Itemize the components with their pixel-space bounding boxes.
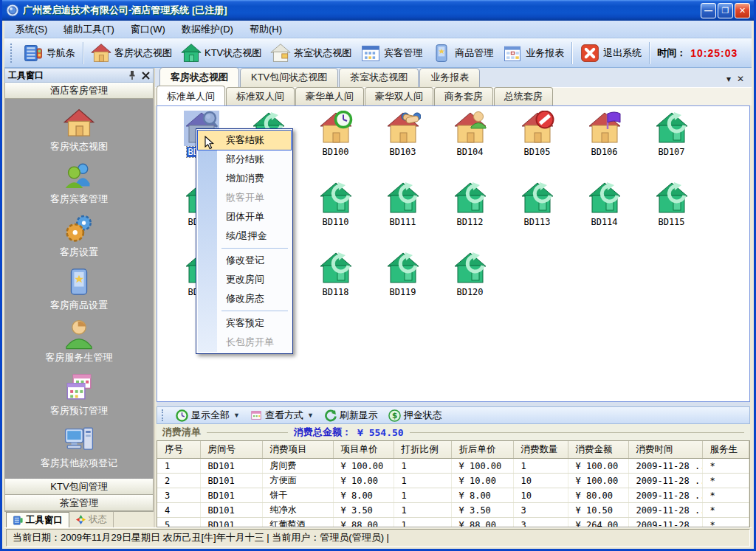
column-header-3[interactable]: 项目单价 (333, 441, 394, 459)
room-type-tab-0[interactable]: 标准单人间 (157, 86, 225, 105)
sidebar-item-4[interactable]: 客房服务生管理 (46, 319, 113, 364)
toolbar-button-2[interactable]: KTV状态视图 (176, 41, 266, 66)
column-header-2[interactable]: 消费项目 (262, 441, 333, 459)
context-menu-item-5[interactable]: 续/退押金 (198, 226, 291, 246)
room-type-tab-5[interactable]: 总统套房 (494, 87, 553, 105)
context-menu-item-1[interactable]: 部分结账 (198, 150, 291, 169)
sidebar-item-3[interactable]: 客房商品设置 (50, 266, 108, 312)
house-white-icon (270, 43, 291, 63)
room-type-tab-2[interactable]: 豪华单人间 (295, 87, 364, 105)
sidebar-bottom-tab-0[interactable]: 工具窗口 (6, 512, 69, 527)
room-type-tab-4[interactable]: 商务套房 (434, 87, 493, 105)
menu-item-2[interactable]: 窗口(W) (123, 21, 173, 38)
consumption-toolbar-button-0[interactable]: 显示全部▼ (171, 407, 244, 423)
toolbar-button-label: 宾客管理 (384, 46, 422, 60)
column-header-9[interactable]: 服务生 (702, 441, 749, 459)
menu-item-1[interactable]: 辅助工具(T) (55, 21, 123, 38)
sidebar-bottom-tabs: 工具窗口状态 (4, 511, 154, 527)
sidebar-bottom-tab-1[interactable]: 状态 (69, 512, 114, 527)
tab-2[interactable]: 茶室状态视图 (339, 68, 419, 87)
room-BD104[interactable]: BD104 (436, 111, 504, 181)
consumption-toolbar-button-3[interactable]: $押金状态 (384, 407, 447, 423)
room-BD103[interactable]: BD103 (369, 111, 436, 181)
context-menu-item-8[interactable]: 更改房间 (198, 270, 291, 289)
sidebar-item-6[interactable]: 客房其他款项登记 (41, 424, 117, 470)
toolbar-button-3[interactable]: 茶室状态视图 (266, 41, 356, 66)
sidebar-group-bottom-1[interactable]: 茶室管理 (4, 495, 154, 511)
minimize-button[interactable]: — (701, 3, 716, 18)
sidebar-item-2[interactable]: 客房设置 (60, 213, 98, 259)
consumption-toolbar-button-1[interactable]: 查看方式▼ (246, 407, 318, 423)
toolbar-button-4[interactable]: 宾客管理 (356, 41, 427, 66)
toolbar-button-1[interactable]: 客房状态视图 (86, 41, 176, 66)
column-header-0[interactable]: 序号 (157, 441, 200, 459)
mouse-cursor (203, 136, 216, 150)
toolbar-button-6[interactable]: 业务报表 (498, 41, 568, 66)
toolbar-grip[interactable] (162, 409, 167, 421)
menu-item-3[interactable]: 数据维护(D) (173, 21, 241, 38)
consumption-toolbar-button-2[interactable]: 刷新显示 (320, 407, 382, 423)
sidebar-close-icon[interactable] (142, 72, 150, 80)
column-header-7[interactable]: 消费金额 (568, 441, 628, 459)
table-row[interactable]: 4BD101纯净水¥ 3.501¥ 3.503¥ 10.502009-11-28… (157, 503, 749, 518)
table-cell: 3 (513, 503, 568, 518)
table-row[interactable]: 1BD101房间费¥ 100.001¥ 100.001¥ 100.002009-… (157, 459, 749, 474)
room-BD110[interactable]: BD110 (302, 181, 369, 251)
room-BD111[interactable]: BD111 (369, 181, 436, 251)
table-row[interactable]: 5BD101红葡萄酒¥ 88.001¥ 88.003¥ 264.002009-1… (157, 518, 749, 528)
table-row[interactable]: 3BD101饼干¥ 8.001¥ 8.0010¥ 80.002009-11-28… (157, 488, 749, 503)
tab-3[interactable]: 业务报表 (419, 68, 480, 87)
menu-item-4[interactable]: 帮助(H) (241, 21, 290, 38)
column-header-1[interactable]: 房间号 (200, 441, 262, 459)
toolbar-button-7[interactable]: 退出系统 (575, 41, 646, 66)
sidebar-item-0[interactable]: 客房状态视图 (50, 108, 108, 153)
room-BD112[interactable]: BD112 (436, 181, 504, 251)
room-BD119[interactable]: BD119 (369, 251, 436, 321)
toolbar-button-0[interactable]: 导航条 (18, 41, 80, 66)
room-BD115[interactable]: BD115 (638, 181, 705, 251)
context-menu-item-9[interactable]: 修改房态 (198, 289, 291, 308)
table-cell: * (702, 518, 749, 528)
context-menu-item-2[interactable]: 增加消费 (198, 169, 291, 188)
toolbar-separator (83, 42, 83, 64)
tab-0[interactable]: 客房状态视图 (159, 67, 239, 87)
room-BD106[interactable]: BD106 (571, 111, 638, 181)
table-cell: 1 (394, 518, 451, 528)
tab-1[interactable]: KTV包间状态视图 (240, 68, 338, 87)
room-BD100[interactable]: BD100 (302, 111, 369, 181)
table-row[interactable]: 2BD101方便面¥ 10.001¥ 10.0010¥ 100.002009-1… (157, 474, 749, 488)
context-menu-item-4[interactable]: 团体开单 (198, 207, 291, 226)
toolbar-button-label: KTV状态视图 (205, 46, 261, 60)
tab-dropdown-icon[interactable]: ▾ (726, 74, 731, 84)
column-header-5[interactable]: 折后单价 (451, 441, 513, 459)
toolbar-button-5[interactable]: 商品管理 (427, 41, 498, 66)
room-type-tab-3[interactable]: 豪华双人间 (365, 87, 433, 105)
room-BD120[interactable]: BD120 (436, 251, 504, 321)
pin-icon[interactable] (128, 70, 137, 80)
sidebar-group-hotel-rooms[interactable]: 酒店客房管理 (4, 83, 154, 99)
tab-close-icon[interactable]: ✕ (737, 74, 744, 84)
table-cell: * (702, 459, 749, 474)
room-type-tab-1[interactable]: 标准双人间 (226, 87, 295, 105)
room-BD118[interactable]: BD118 (302, 251, 369, 321)
menu-item-0[interactable]: 系统(S) (7, 21, 55, 38)
close-button[interactable]: ✕ (735, 3, 750, 18)
context-menu-item-11[interactable]: 宾客预定 (198, 313, 291, 333)
room-BD114[interactable]: BD114 (571, 181, 638, 251)
toolbar-button-label: 商品管理 (455, 46, 493, 60)
maximize-button[interactable]: ❐ (718, 3, 733, 18)
sidebar-item-5[interactable]: 客房预订管理 (50, 372, 108, 417)
room-BD105[interactable]: BD105 (504, 111, 571, 181)
sidebar-group-bottom-0[interactable]: KTV包间管理 (4, 479, 154, 495)
nav-book-icon (23, 43, 44, 63)
room-BD113[interactable]: BD113 (504, 181, 571, 251)
sidebar-item-1[interactable]: 客房宾客管理 (50, 160, 108, 206)
room-label: BD119 (389, 287, 416, 297)
column-header-4[interactable]: 打折比例 (394, 441, 451, 459)
column-header-6[interactable]: 消费数量 (513, 441, 568, 459)
context-menu-item-7[interactable]: 修改登记 (198, 251, 291, 270)
column-header-8[interactable]: 消费时间 (628, 441, 702, 459)
toolbar-grip[interactable] (10, 44, 16, 63)
room-BD107[interactable]: BD107 (638, 111, 705, 181)
sidebar-bottom-tab-label: 工具窗口 (26, 514, 63, 527)
